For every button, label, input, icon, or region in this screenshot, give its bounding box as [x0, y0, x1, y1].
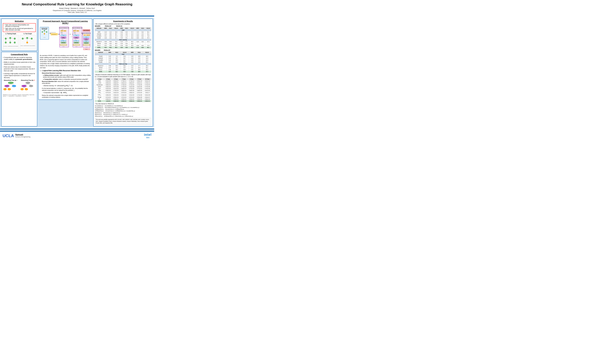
hierarchical-strong: Hierarchical Structure Learning:: [42, 72, 62, 74]
col-h10-3: Hi@10: [145, 27, 151, 29]
motivation-title: Motivation: [3, 20, 36, 22]
tree-b: Hierarchical Tree (b) ✗ Unknown hasGrand…: [20, 80, 36, 94]
check-icon-1: ✓: [4, 24, 5, 26]
table-row: DRUM0.4744.353.70.3120.550.1: [95, 67, 151, 69]
table-row: DistMult 0.4439.050.7 0.2415.541.9 0.342…: [95, 33, 151, 35]
graph-a: a. Training Graph Amy Sue Tom Ann: [3, 33, 19, 49]
approach-title: Proposed Approach: Neural Compositional …: [40, 20, 91, 24]
arch-description: An overview of NCRL. It starts by sampli…: [40, 54, 91, 69]
svg-line-53: [25, 84, 28, 85]
table-row: GNTP0.89±0.060.87±0.080.75±0.050.62±0.08…: [95, 86, 151, 88]
svg-point-63: [44, 33, 45, 35]
svg-text:Sliding Window Encoder: Sliding Window Encoder: [83, 45, 90, 45]
arch-svg: Training Graph Path Sampler r₁ r₂ r₃: [40, 25, 91, 53]
comp-selection-bullet: ➤ Composition selection: select a compos…: [43, 78, 91, 80]
samueli-sub: School of Engineering: [15, 136, 30, 138]
svg-text:hasMother: hasMother: [24, 89, 28, 90]
checkbox-icon: □: [40, 70, 41, 72]
sliding-window-bullet: ➤ Sliding window encoder: splits each pa…: [43, 75, 91, 78]
table-row-ncrl: NCRL 0.9180.299.2 0.6440.992.9 0.7565.89…: [95, 47, 151, 49]
results-title: Experiments & Results: [95, 20, 151, 22]
graph-section: a. Training Graph Amy Sue Tom Ann: [3, 33, 36, 49]
table-row: CTPsᵥ0.98±0.000.95±0.060.53±0.060.54±0.0…: [95, 94, 151, 96]
motivation-items: ✓ logic rules improve interpretability a…: [3, 23, 36, 32]
svg-text:r₁  r₂  r₃: r₁ r₂ r₃: [62, 46, 65, 47]
svg-text:hasUncle(Alice,Bob)→hasMother(: hasUncle(Alice,Bob)→hasMother(Alice,Jane…: [20, 45, 35, 46]
rule2-header: Rule Learning: [95, 63, 151, 65]
graph-b: b. Test Graph Alice Bob Jane Bess: [20, 33, 36, 49]
samueli-text: Samueli: [15, 134, 30, 136]
logical-rule-title: □ □ Logical Rule Learning With Recurrent…: [40, 70, 91, 72]
col-h1-1: Hi@1: [108, 27, 113, 29]
svg-line-40: [11, 84, 13, 85]
compare-text: • We compare different methods on the ta…: [95, 23, 151, 25]
svg-line-42: [7, 87, 9, 88]
results-table-1: Methods MRR Hi@1 Hi@10 MRR Hi@1 Hi@10 MR…: [95, 27, 151, 49]
svg-text:null: null: [84, 35, 85, 35]
svg-text:null: null: [74, 32, 75, 33]
ucla-text: UCLA: [2, 134, 14, 138]
svg-text:(F₁F₃,F₂F₅): (F₁F₃,F₂F₅): [87, 35, 90, 35]
svg-text:...: ...: [71, 35, 72, 37]
affiliation2: ²Intel Labs, Santa Clara, CA: [5, 12, 149, 13]
method-rotate: RotatE: [95, 37, 103, 39]
table-row: RLvLc 0.5143.061.0 0.2820.043.0 0.5646.0…: [95, 45, 151, 47]
method-complex: ComplEx: [95, 35, 103, 37]
comp-bullet-4: Learning a high-quality compositional st…: [3, 73, 36, 78]
svg-line-26: [28, 38, 31, 39]
method-distmult: DistMult: [95, 33, 103, 35]
svg-text:Query: Query: [75, 39, 77, 40]
comp-repr-desc: Reduce the selected composition into a s…: [42, 94, 91, 98]
graph-b-label: b. Test Graph: [20, 33, 36, 34]
svg-text:null: null: [61, 32, 62, 33]
kge2-header: KGE: [95, 53, 151, 55]
table-row: TransE0.232.352.40.2018.946.5: [95, 55, 151, 57]
svg-text:hasSon: hasSon: [13, 86, 15, 87]
tree-b-title: Hierarchical Tree (b) ✗: [20, 80, 36, 81]
svg-text:hasGrandma: hasGrandma: [21, 86, 27, 87]
col-mrr2: MRR: [119, 27, 124, 29]
check-green-icon: ✓: [17, 80, 18, 81]
intel-logo: intel labs: [144, 133, 152, 139]
table-row: ComplEx0.4435.851.70.2517.042.0: [95, 59, 151, 61]
svg-text:hasMother: hasMother: [3, 89, 7, 90]
table-row: DRUM 0.4940.058.0 0.3425.546.0 ---: [95, 43, 151, 45]
svg-text:hasGrandma(Ann,Amy)→hasMother(: hasGrandma(Ann,Amy)→hasMother(Ann,Sue)∧h…: [3, 46, 18, 47]
svg-text:r₁  r₂  r₃: r₁ r₂ r₃: [86, 47, 88, 47]
motivation-text-1: logic rules improve interpretability and…: [5, 24, 35, 27]
table-row: Neural-LP0.8980.598.40.2417.736.2: [95, 65, 151, 67]
method-rlvlc: RLvLc: [95, 45, 103, 47]
left-panel: Motivation ✓ logic rules improve interpr…: [1, 19, 37, 127]
svg-text:Alice: Alice: [22, 38, 23, 39]
recurrent-bullet: Recurrent Attention Unit: reduce the sel…: [42, 81, 91, 84]
tree-footer: Relations in KG: hasMother, hasSon, hasG…: [3, 94, 36, 97]
svg-text:r₁ r₂ r₃: r₁ r₂ r₃: [85, 37, 87, 38]
motivation-text-2: logic rules can be reused and generalize…: [5, 28, 35, 31]
svg-text:Selection: Selection: [84, 42, 88, 43]
kge-header: KGE: [95, 29, 151, 31]
affiliation1: ¹Department of Computer Science, Univers…: [5, 10, 149, 12]
graph-b-svg: Alice Bob Jane Bess hasUncle(Alice: [20, 36, 35, 48]
svg-text:Recurrent Attention Unit: Recurrent Attention Unit: [59, 27, 69, 28]
svg-text:Path Sampler: Path Sampler: [42, 29, 47, 30]
top-blue-bar: [0, 15, 154, 17]
comp-rule-panel: Compositional Rule Compositional rules a…: [1, 52, 37, 127]
svg-text:Attention: Attention: [85, 39, 88, 40]
graph-b-box: Alice Bob Jane Bess hasUncle(Alice: [20, 35, 36, 49]
table-row: GAT0.92±0.060.82±0.040.80±0.030.72±0.030…: [95, 88, 151, 90]
table-row: ComplEx 0.5140.057.2 0.2517.042.0 0.6050…: [95, 35, 151, 37]
cross-red-icon: ✗: [34, 80, 35, 81]
check-icon-2: ✓: [4, 28, 5, 29]
col-h1-2: Hi@1: [124, 27, 129, 29]
tree-a: Hierarchical Tree (a) ✓ hasUncle hasGran…: [3, 80, 19, 94]
svg-text:Value: Value: [62, 29, 63, 30]
svg-text:(p₁,p₂,p₃,p₄,p₅): (p₁,p₂,p₃,p₄,p₅): [52, 34, 56, 35]
svg-line-15: [11, 38, 14, 39]
col-mrr1: MRR: [103, 27, 108, 29]
top-rules-label: • Top rules learned on YAGO3-10: [95, 103, 151, 104]
attention-desc: θ is the learned attention, in which θ_i…: [42, 87, 91, 91]
svg-text:hasMother: hasMother: [7, 89, 11, 90]
col-mrr3: MRR: [135, 27, 140, 29]
hierarchical-bullet: Hierarchical Structure Learning:: [42, 72, 91, 74]
method-neuralLP: Neural-LP: [95, 41, 103, 43]
